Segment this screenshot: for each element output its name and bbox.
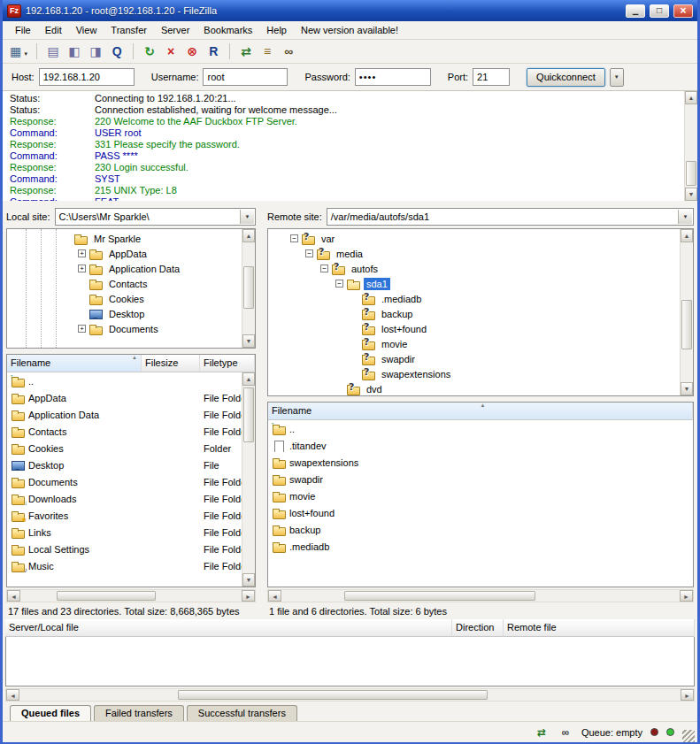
scroll-right-icon[interactable] [242,590,255,602]
reconnect-icon[interactable]: R [204,42,223,61]
local-site-combo[interactable]: C:\Users\Mr Sparkle\ [55,208,256,226]
remote-horizontal-scrollbar[interactable] [267,589,694,602]
file-row[interactable]: movie [268,487,693,504]
menu-edit[interactable]: Edit [38,23,69,37]
collapse-icon[interactable]: − [335,280,343,288]
tree-item[interactable]: ?backup [268,306,693,321]
file-row[interactable]: Application DataFile Folder [7,406,255,423]
file-row[interactable]: ★FavoritesFile Folder [7,507,255,524]
chevron-down-icon[interactable] [240,210,254,224]
minimize-button[interactable] [626,4,645,18]
local-tree-toggle-icon[interactable]: ◧ [65,42,84,61]
tree-item[interactable]: ?swapdir [268,351,693,366]
expand-icon[interactable]: + [78,325,86,333]
column-header-filename[interactable]: Filename [268,403,693,420]
password-input[interactable] [355,68,431,86]
menu-transfer[interactable]: Transfer [104,23,154,37]
file-row[interactable]: CookiesFolder [7,440,255,456]
scroll-left-icon[interactable] [7,590,20,602]
menu-file[interactable]: File [8,23,38,37]
synchronized-browsing-icon[interactable]: ≡ [258,42,277,61]
directory-comparison-icon[interactable]: ⇄ [236,42,256,61]
scroll-right-icon[interactable] [680,590,693,602]
tree-item[interactable]: +Application Data [7,261,255,276]
file-row[interactable]: lost+found [268,504,693,521]
menu-view[interactable]: View [69,23,104,37]
tree-item[interactable]: +Documents [7,321,255,336]
tree-item[interactable]: +AppData [7,246,255,261]
find-files-icon[interactable]: ∞ [279,42,298,61]
file-row[interactable]: swapdir [268,471,693,487]
menu-new-version[interactable]: New version available! [294,23,405,37]
tree-item[interactable]: ?dvd [268,381,693,396]
tree-item[interactable]: −sda1 [268,276,693,291]
close-button[interactable] [673,4,693,18]
tab-failed-transfers[interactable]: Failed transfers [94,705,184,721]
cancel-operation-icon[interactable]: × [161,42,181,61]
refresh-icon[interactable]: ↻ [140,42,159,61]
file-row[interactable]: .mediadb [268,538,693,555]
tree-item[interactable]: Desktop [7,306,255,321]
file-row[interactable]: ↓DownloadsFile Folder [7,490,255,507]
local-horizontal-scrollbar[interactable] [6,589,256,602]
scroll-left-icon[interactable] [268,590,281,602]
remote-site-combo[interactable]: /var/media/autofs/sda1 [327,208,694,226]
collapse-icon[interactable]: − [305,249,313,257]
expand-icon[interactable]: + [78,249,86,257]
column-header-filesize[interactable]: Filesize [142,355,200,372]
port-input[interactable] [473,68,510,86]
maximize-button[interactable] [650,4,669,18]
quickconnect-dropdown-button[interactable] [610,68,624,87]
column-header-filename[interactable]: Filename [7,355,142,372]
directory-comparison-icon[interactable]: ∞ [558,725,573,740]
scrollbar-thumb[interactable] [686,161,696,186]
scrollbar-thumb[interactable] [178,690,488,700]
scrollbar-thumb[interactable] [57,591,156,601]
menu-server[interactable]: Server [154,23,196,37]
menu-bookmarks[interactable]: Bookmarks [196,23,259,37]
collapse-icon[interactable]: − [290,234,298,242]
file-row[interactable]: DocumentsFile Folder [7,473,255,490]
scroll-down-icon[interactable] [242,334,255,348]
quickconnect-button[interactable]: Quickconnect [527,68,605,87]
column-header-remote-file[interactable]: Remote file [504,619,695,637]
file-row[interactable]: swapextensions [268,454,693,471]
file-row[interactable]: backup [268,521,693,538]
host-input[interactable] [39,68,135,86]
scroll-down-icon[interactable] [685,188,697,201]
collapse-icon[interactable]: − [320,265,328,272]
tree-item[interactable]: −?var [268,231,693,246]
log-scrollbar[interactable] [684,91,697,201]
message-log-toggle-icon[interactable]: ▤ [43,42,63,61]
tree-item[interactable]: Cookies [7,291,255,306]
tree-item[interactable]: Mr Sparkle [7,231,255,246]
scroll-down-icon[interactable] [242,573,255,587]
tree-item[interactable]: ?.mediadb [268,291,693,306]
resize-grip[interactable] [682,730,695,742]
file-row[interactable]: ContactsFile Folder [7,423,255,440]
menu-help[interactable]: Help [259,23,294,37]
file-row[interactable]: LinksFile Folder [7,524,255,541]
scroll-left-icon[interactable] [6,689,19,701]
tree-item[interactable]: Contacts [7,276,255,291]
column-header-filetype[interactable]: Filetype [200,355,255,372]
file-row[interactable]: ↑.. [7,372,255,389]
scroll-right-icon[interactable] [681,689,694,701]
speed-limits-icon[interactable]: ⇄ [534,725,550,740]
scrollbar-thumb[interactable] [344,591,535,601]
queue-toggle-icon[interactable]: Q [107,42,127,61]
tree-item[interactable]: −?media [268,246,693,261]
file-row[interactable]: .titandev [268,437,693,454]
chevron-down-icon[interactable] [678,210,692,224]
tree-item[interactable]: −?autofs [268,261,693,276]
scroll-up-icon[interactable] [242,372,255,386]
remote-tree-toggle-icon[interactable]: ◨ [86,42,105,61]
column-header-direction[interactable]: Direction [452,619,504,637]
file-row[interactable]: DesktopFile [7,456,255,473]
site-manager-dropdown-icon[interactable] [21,44,28,58]
queue-horizontal-scrollbar[interactable] [5,688,695,702]
username-input[interactable] [203,68,288,86]
tab-queued-files[interactable]: Queued files [10,705,91,721]
file-row[interactable]: AppDataFile Folder [7,389,255,406]
file-row[interactable]: ♪MusicFile Folder [7,557,255,574]
